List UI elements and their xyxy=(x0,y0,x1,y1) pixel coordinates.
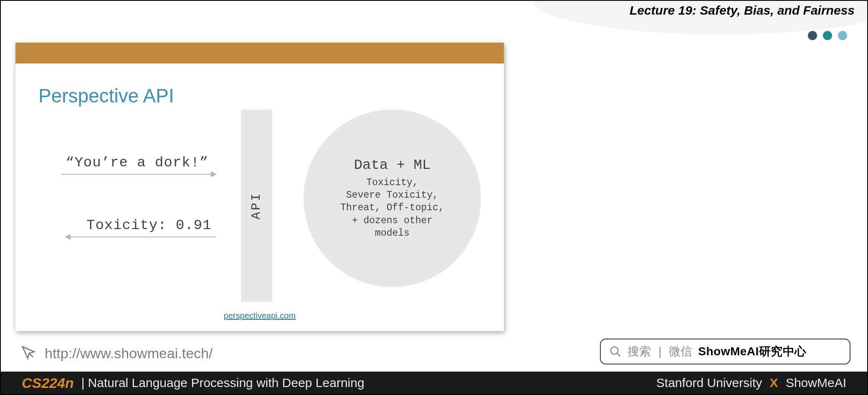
example-input-text: “You’re a dork!” xyxy=(66,155,208,171)
search-hint-2: 微信 xyxy=(669,344,692,359)
dot-1 xyxy=(808,31,817,40)
lecture-title: Lecture 19: Safety, Bias, and Fairness xyxy=(630,3,855,18)
arrow-right-icon xyxy=(61,174,216,175)
link-row: http://www.showmeai.tech/ xyxy=(20,344,213,362)
ml-circle-title: Data + ML xyxy=(354,157,431,173)
footer-right: Stanford University X ShowMeAI xyxy=(656,376,846,390)
footer-bar: CS224n | Natural Language Processing wit… xyxy=(1,372,867,394)
search-divider: | xyxy=(657,345,663,358)
slide-source-url[interactable]: perspectiveapi.com xyxy=(15,311,504,321)
course-code: CS224n xyxy=(22,375,74,391)
course-name: Natural Language Processing with Deep Le… xyxy=(88,376,364,390)
footer-org: Stanford University xyxy=(656,376,762,390)
search-brand: ShowMeAI研究中心 xyxy=(698,344,807,359)
example-output-text: Toxicity: 0.91 xyxy=(86,217,212,233)
svg-point-0 xyxy=(611,347,618,354)
api-box-label: API xyxy=(249,192,263,219)
search-pill[interactable]: 搜索 | 微信 ShowMeAI研究中心 xyxy=(600,339,850,364)
decorative-dots xyxy=(808,31,847,40)
site-url[interactable]: http://www.showmeai.tech/ xyxy=(45,345,213,362)
arrow-left-icon xyxy=(66,237,216,237)
dot-2 xyxy=(823,31,832,40)
slide-topbar xyxy=(15,43,504,64)
search-icon xyxy=(609,345,622,358)
search-hint-1: 搜索 xyxy=(628,344,651,359)
footer-partner: ShowMeAI xyxy=(786,376,846,390)
dot-3 xyxy=(838,31,847,40)
api-box: API xyxy=(241,110,272,302)
svg-line-1 xyxy=(617,353,620,357)
slide-title: Perspective API xyxy=(38,84,174,107)
footer-x: X xyxy=(770,376,778,390)
ml-circle-body: Toxicity, Severe Toxicity, Threat, Off-t… xyxy=(340,176,444,240)
ml-circle: Data + ML Toxicity, Severe Toxicity, Thr… xyxy=(304,110,481,287)
cursor-icon xyxy=(20,344,37,362)
slide-card: Perspective API “You’re a dork!” Toxicit… xyxy=(15,43,504,331)
footer-pipe: | xyxy=(81,376,85,390)
